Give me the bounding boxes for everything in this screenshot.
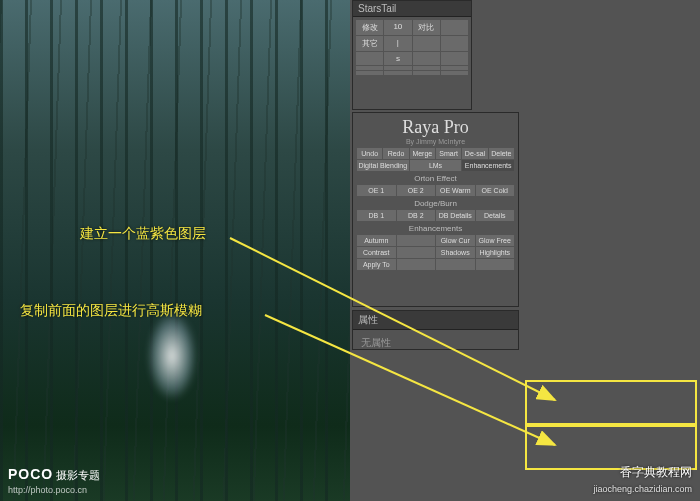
- starstail-button[interactable]: 10: [384, 20, 411, 35]
- starstail-button[interactable]: [356, 66, 383, 70]
- annotation-1: 建立一个蓝紫色图层: [80, 225, 206, 243]
- raya-r6-button[interactable]: [397, 259, 436, 270]
- starstail-button[interactable]: [384, 71, 411, 75]
- starstail-button[interactable]: [413, 66, 440, 70]
- raya-r3-button[interactable]: DB 2: [397, 210, 436, 221]
- starstail-button[interactable]: [413, 71, 440, 75]
- properties-panel: 属性 无属性: [352, 310, 519, 350]
- raya-r5-button[interactable]: Contrast: [357, 247, 396, 258]
- raya-r6-button[interactable]: Apply To: [357, 259, 396, 270]
- starstail-button[interactable]: [384, 66, 411, 70]
- starstail-button[interactable]: 对比: [413, 20, 440, 35]
- raya-tabs-button[interactable]: LMs: [410, 160, 462, 171]
- raya-r1-button[interactable]: Redo: [383, 148, 408, 159]
- starstail-title: StarsTail: [353, 1, 471, 17]
- raya-r3-button[interactable]: DB 1: [357, 210, 396, 221]
- raya-r3-button[interactable]: DB Details: [436, 210, 475, 221]
- raya-r1-button[interactable]: De-sal: [462, 148, 487, 159]
- starstail-button[interactable]: [441, 52, 468, 65]
- preview-image: 建立一个蓝紫色图层 复制前面的图层进行高斯模糊 POCO 摄影专题 http:/…: [0, 0, 350, 501]
- raya-r1-button[interactable]: Delete: [489, 148, 514, 159]
- raya-r4-button[interactable]: [397, 235, 436, 246]
- raya-title: Raya Pro: [353, 113, 518, 138]
- poco-watermark: POCO 摄影专题 http://photo.poco.cn: [8, 466, 100, 495]
- raya-tabs-button[interactable]: Digital Blending: [357, 160, 409, 171]
- starstail-button[interactable]: [356, 52, 383, 65]
- raya-r2-button[interactable]: OE Cold: [476, 185, 515, 196]
- starstail-button[interactable]: [413, 36, 440, 51]
- raya-r1-button[interactable]: Smart: [436, 148, 461, 159]
- starstail-button[interactable]: 修改: [356, 20, 383, 35]
- raya-r5-button[interactable]: [397, 247, 436, 258]
- raya-r6-button[interactable]: [476, 259, 515, 270]
- raya-r6-button[interactable]: [436, 259, 475, 270]
- raya-r5-button[interactable]: Highlights: [476, 247, 515, 258]
- raya-r3-button[interactable]: Details: [476, 210, 515, 221]
- starstail-button[interactable]: |: [384, 36, 411, 51]
- raya-r2-button[interactable]: OE 1: [357, 185, 396, 196]
- properties-title: 属性: [353, 311, 518, 330]
- raya-pro-panel: Raya Pro By Jimmy McIntyre UndoRedoMerge…: [352, 112, 519, 307]
- starstail-button[interactable]: [441, 71, 468, 75]
- raya-r2-button[interactable]: OE 2: [397, 185, 436, 196]
- starstail-panel: StarsTail 修改10对比其它|s: [352, 0, 472, 110]
- raya-tabs-button[interactable]: Enhancements: [462, 160, 514, 171]
- raya-r1-button[interactable]: Merge: [410, 148, 435, 159]
- starstail-button[interactable]: [441, 20, 468, 35]
- annotation-2: 复制前面的图层进行高斯模糊: [20, 302, 202, 320]
- starstail-button[interactable]: [356, 71, 383, 75]
- raya-r4-button[interactable]: Glow Cur: [436, 235, 475, 246]
- raya-r4-button[interactable]: Glow Free: [476, 235, 515, 246]
- highlight-cold-layer: [525, 380, 697, 425]
- raya-r2-button[interactable]: OE Warm: [436, 185, 475, 196]
- raya-byline: By Jimmy McIntyre: [353, 138, 518, 145]
- raya-r1-button[interactable]: Undo: [357, 148, 382, 159]
- starstail-button[interactable]: [441, 66, 468, 70]
- starstail-button[interactable]: s: [384, 52, 411, 65]
- properties-body: 无属性: [353, 330, 518, 356]
- starstail-grid: 修改10对比其它|s: [353, 17, 471, 78]
- starstail-button[interactable]: [413, 52, 440, 65]
- site-watermark: 香字典教程网jiaocheng.chazidian.com: [593, 464, 692, 495]
- starstail-button[interactable]: 其它: [356, 36, 383, 51]
- raya-r4-button[interactable]: Autumn: [357, 235, 396, 246]
- raya-r5-button[interactable]: Shadows: [436, 247, 475, 258]
- starstail-button[interactable]: [441, 36, 468, 51]
